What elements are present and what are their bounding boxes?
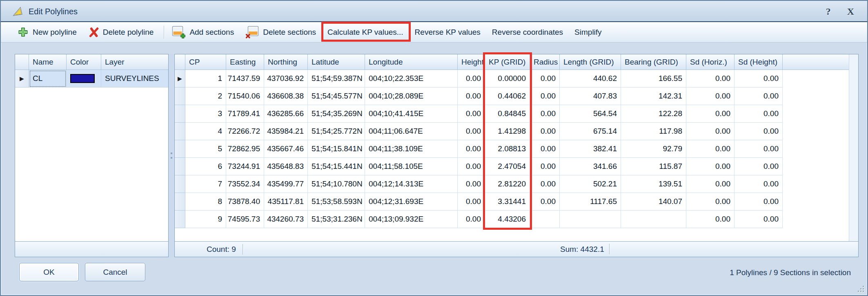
toolbar-button-delete-sections[interactable]: Delete sections (241, 24, 320, 40)
polyline-color-cell[interactable] (67, 70, 101, 87)
toolbar-button-reverse-kp-values[interactable]: Reverse KP values (410, 26, 485, 39)
cell-latitude[interactable]: 51;54;15.841N (308, 140, 365, 158)
polyline-name-cell[interactable]: CL (29, 70, 67, 87)
cell-height[interactable]: 0.00 (458, 175, 485, 193)
cell-longitude[interactable]: 004;11;06.647E (365, 123, 458, 140)
cell-length-grid[interactable] (560, 211, 621, 228)
column-header-latitude[interactable]: Latitude (308, 54, 365, 70)
row-selector-cell[interactable]: ▶ (15, 70, 29, 87)
ok-button[interactable]: OK (19, 263, 79, 281)
cell-easting[interactable]: 73878.40 (226, 193, 264, 211)
polyline-layer-cell[interactable]: SURVEYLINES (101, 70, 168, 87)
cell-height[interactable]: 0.00 (458, 193, 485, 211)
cell-radius[interactable] (530, 211, 560, 228)
cell-radius[interactable]: 0.00 (530, 140, 560, 158)
cell-easting[interactable]: 71789.41 (226, 105, 264, 123)
cell-kp-grid[interactable]: 2.81220 (485, 175, 530, 193)
cell-bearing-grid[interactable]: 142.31 (621, 87, 686, 105)
section-row[interactable]: 472266.72435984.2151;54;25.772N004;11;06… (175, 123, 849, 140)
cell-radius[interactable]: 0.00 (530, 175, 560, 193)
cell-radius[interactable]: 0.00 (530, 105, 560, 123)
row-selector-cell[interactable] (175, 123, 185, 140)
cell-sd-horiz[interactable]: 0.00 (686, 140, 734, 158)
cell-northing[interactable]: 435499.77 (264, 175, 308, 193)
cell-sd-horiz[interactable]: 0.00 (686, 123, 734, 140)
cell-latitude[interactable]: 51;54;15.441N (308, 158, 365, 175)
cell-kp-grid[interactable]: 0.44062 (485, 87, 530, 105)
help-icon[interactable]: ? (826, 7, 831, 16)
section-row[interactable]: 271540.06436608.3851;54;45.577N004;10;28… (175, 87, 849, 105)
cell-sd-height[interactable]: 0.00 (734, 70, 783, 87)
cell-longitude[interactable]: 004;13;09.932E (365, 211, 458, 228)
cell-northing[interactable]: 436285.66 (264, 105, 308, 123)
cell-cp[interactable]: 6 (185, 158, 226, 175)
cell-sd-horiz[interactable]: 0.00 (686, 87, 734, 105)
cell-northing[interactable]: 434260.73 (264, 211, 308, 228)
cell-northing[interactable]: 435117.81 (264, 193, 308, 211)
cell-easting[interactable]: 73244.91 (226, 158, 264, 175)
cell-easting[interactable]: 72862.95 (226, 140, 264, 158)
row-selector-cell[interactable] (175, 87, 185, 105)
cell-bearing-grid[interactable] (621, 211, 686, 228)
cell-sd-height[interactable]: 0.00 (734, 87, 783, 105)
section-row[interactable]: ▶171437.59437036.9251;54;59.387N004;10;2… (175, 70, 849, 87)
cell-easting[interactable]: 72266.72 (226, 123, 264, 140)
row-selector-cell[interactable] (175, 193, 185, 211)
cell-sd-horiz[interactable]: 0.00 (686, 105, 734, 123)
cancel-button[interactable]: Cancel (85, 263, 145, 281)
cell-kp-grid[interactable]: 2.08813 (485, 140, 530, 158)
cell-cp[interactable]: 4 (185, 123, 226, 140)
column-header-sd-horiz[interactable]: Sd (Horiz.) (686, 54, 734, 70)
cell-easting[interactable]: 73552.34 (226, 175, 264, 193)
column-header-radius[interactable]: Radius (530, 54, 560, 70)
cell-sd-height[interactable]: 0.00 (734, 123, 783, 140)
column-header-height[interactable]: Height (458, 54, 485, 70)
section-row[interactable]: 572862.95435667.4651;54;15.841N004;11;38… (175, 140, 849, 158)
cell-bearing-grid[interactable]: 139.51 (621, 175, 686, 193)
cell-length-grid[interactable]: 675.14 (560, 123, 621, 140)
cell-latitude[interactable]: 51;54;10.780N (308, 175, 365, 193)
cell-height[interactable]: 0.00 (458, 70, 485, 87)
polyline-row[interactable]: ▶CLSURVEYLINES (15, 70, 168, 87)
column-header-northing[interactable]: Northing (264, 54, 308, 70)
cell-bearing-grid[interactable]: 166.55 (621, 70, 686, 87)
cell-cp[interactable]: 5 (185, 140, 226, 158)
cell-radius[interactable]: 0.00 (530, 123, 560, 140)
column-header-bearing-grid[interactable]: Bearing (GRID) (621, 54, 686, 70)
section-row[interactable]: 673244.91435648.8351;54;15.441N004;11;58… (175, 158, 849, 175)
cell-sd-height[interactable]: 0.00 (734, 158, 783, 175)
cell-longitude[interactable]: 004;10;28.089E (365, 87, 458, 105)
cell-length-grid[interactable]: 407.83 (560, 87, 621, 105)
cell-northing[interactable]: 435667.46 (264, 140, 308, 158)
cell-length-grid[interactable]: 382.41 (560, 140, 621, 158)
cell-easting[interactable]: 74595.73 (226, 211, 264, 228)
cell-radius[interactable]: 0.00 (530, 158, 560, 175)
toolbar-button-simplify[interactable]: Simplify (570, 26, 606, 39)
cell-height[interactable]: 0.00 (458, 87, 485, 105)
cell-longitude[interactable]: 004;11;58.105E (365, 158, 458, 175)
cell-cp[interactable]: 3 (185, 105, 226, 123)
cell-height[interactable]: 0.00 (458, 211, 485, 228)
row-selector-cell[interactable] (175, 105, 185, 123)
cell-longitude[interactable]: 004;11;38.109E (365, 140, 458, 158)
column-header-kp-grid[interactable]: KP (GRID) (485, 54, 530, 70)
cell-latitude[interactable]: 51;53;31.236N (308, 211, 365, 228)
section-row[interactable]: 773552.34435499.7751;54;10.780N004;12;14… (175, 175, 849, 193)
cell-length-grid[interactable]: 1117.65 (560, 193, 621, 211)
cell-radius[interactable]: 0.00 (530, 87, 560, 105)
column-header-layer[interactable]: Layer (101, 54, 168, 70)
cell-longitude[interactable]: 004;12;31.693E (365, 193, 458, 211)
cell-radius[interactable]: 0.00 (530, 70, 560, 87)
section-row[interactable]: 974595.73434260.7351;53;31.236N004;13;09… (175, 211, 849, 228)
cell-cp[interactable]: 8 (185, 193, 226, 211)
cell-length-grid[interactable]: 502.21 (560, 175, 621, 193)
cell-northing[interactable]: 436608.38 (264, 87, 308, 105)
cell-sd-height[interactable]: 0.00 (734, 211, 783, 228)
section-row[interactable]: 371789.41436285.6651;54;35.269N004;10;41… (175, 105, 849, 123)
close-icon[interactable]: X (847, 7, 854, 16)
cell-kp-grid[interactable]: 1.41298 (485, 123, 530, 140)
cell-cp[interactable]: 7 (185, 175, 226, 193)
cell-kp-grid[interactable]: 2.47054 (485, 158, 530, 175)
cell-height[interactable]: 0.00 (458, 140, 485, 158)
cell-easting[interactable]: 71540.06 (226, 87, 264, 105)
